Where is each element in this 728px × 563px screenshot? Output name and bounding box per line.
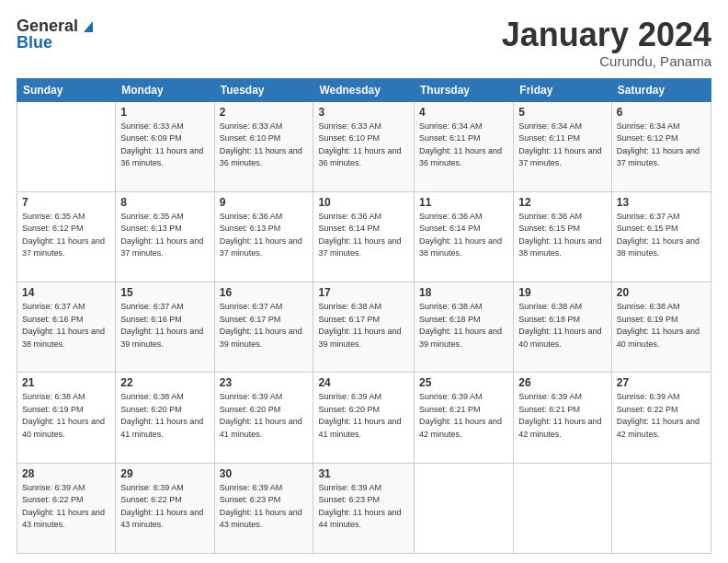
day-info: Sunrise: 6:36 AMSunset: 6:13 PMDaylight:… [220, 211, 309, 260]
day-number: 23 [220, 376, 309, 389]
day-number: 22 [120, 376, 209, 389]
day-info: Sunrise: 6:37 AMSunset: 6:17 PMDaylight:… [220, 301, 309, 350]
logo: General Blue [17, 17, 97, 52]
day-info: Sunrise: 6:38 AMSunset: 6:18 PMDaylight:… [518, 301, 607, 350]
calendar-day-cell: 5Sunrise: 6:34 AMSunset: 6:11 PMDaylight… [514, 101, 612, 191]
day-number: 25 [419, 376, 508, 389]
day-number: 9 [220, 196, 309, 209]
day-number: 17 [318, 286, 409, 299]
calendar-day-cell: 14Sunrise: 6:37 AMSunset: 6:16 PMDayligh… [17, 282, 116, 373]
calendar-day-cell: 10Sunrise: 6:36 AMSunset: 6:14 PMDayligh… [313, 191, 415, 282]
calendar-day-cell: 8Sunrise: 6:35 AMSunset: 6:13 PMDaylight… [116, 191, 214, 282]
calendar-day-cell: 29Sunrise: 6:39 AMSunset: 6:22 PMDayligh… [116, 463, 214, 553]
calendar-day-cell: 24Sunrise: 6:39 AMSunset: 6:20 PMDayligh… [313, 373, 415, 463]
calendar-week-row: 7Sunrise: 6:35 AMSunset: 6:12 PMDaylight… [17, 191, 711, 282]
calendar-week-row: 21Sunrise: 6:38 AMSunset: 6:19 PMDayligh… [17, 373, 711, 463]
calendar-day-cell: 4Sunrise: 6:34 AMSunset: 6:11 PMDaylight… [415, 101, 514, 191]
day-info: Sunrise: 6:39 AMSunset: 6:21 PMDaylight:… [419, 391, 508, 441]
calendar-day-cell: 3Sunrise: 6:33 AMSunset: 6:10 PMDaylight… [313, 101, 415, 191]
calendar-day-cell: 25Sunrise: 6:39 AMSunset: 6:21 PMDayligh… [415, 373, 514, 463]
weekday-header-cell: Sunday [17, 78, 116, 101]
day-info: Sunrise: 6:33 AMSunset: 6:10 PMDaylight:… [220, 121, 309, 170]
day-info: Sunrise: 6:38 AMSunset: 6:20 PMDaylight:… [120, 391, 209, 441]
calendar-week-row: 28Sunrise: 6:39 AMSunset: 6:22 PMDayligh… [17, 463, 711, 553]
day-info: Sunrise: 6:39 AMSunset: 6:22 PMDaylight:… [22, 482, 110, 532]
calendar-day-cell [514, 463, 612, 553]
calendar-week-row: 14Sunrise: 6:37 AMSunset: 6:16 PMDayligh… [17, 282, 711, 373]
day-info: Sunrise: 6:39 AMSunset: 6:23 PMDaylight:… [220, 482, 309, 532]
day-info: Sunrise: 6:36 AMSunset: 6:14 PMDaylight:… [318, 211, 409, 260]
weekday-header-cell: Wednesday [313, 78, 415, 101]
calendar-day-cell: 1Sunrise: 6:33 AMSunset: 6:09 PMDaylight… [116, 101, 214, 191]
calendar-day-cell: 26Sunrise: 6:39 AMSunset: 6:21 PMDayligh… [514, 373, 612, 463]
day-number: 1 [120, 106, 209, 119]
calendar-day-cell: 23Sunrise: 6:39 AMSunset: 6:20 PMDayligh… [214, 373, 313, 463]
day-info: Sunrise: 6:35 AMSunset: 6:13 PMDaylight:… [120, 211, 209, 260]
day-number: 3 [318, 106, 409, 119]
calendar-day-cell: 20Sunrise: 6:38 AMSunset: 6:19 PMDayligh… [611, 282, 711, 373]
calendar-day-cell: 22Sunrise: 6:38 AMSunset: 6:20 PMDayligh… [116, 373, 214, 463]
day-number: 12 [518, 196, 607, 209]
day-info: Sunrise: 6:34 AMSunset: 6:11 PMDaylight:… [518, 121, 607, 170]
day-info: Sunrise: 6:34 AMSunset: 6:12 PMDaylight:… [617, 121, 706, 170]
day-number: 5 [518, 106, 607, 119]
weekday-header-cell: Thursday [415, 78, 514, 101]
calendar-day-cell: 9Sunrise: 6:36 AMSunset: 6:13 PMDaylight… [214, 191, 313, 282]
calendar-day-cell: 16Sunrise: 6:37 AMSunset: 6:17 PMDayligh… [214, 282, 313, 373]
logo-blue: Blue [17, 33, 52, 52]
day-info: Sunrise: 6:39 AMSunset: 6:20 PMDaylight:… [318, 391, 409, 441]
day-number: 10 [318, 196, 409, 209]
day-info: Sunrise: 6:38 AMSunset: 6:17 PMDaylight:… [318, 301, 409, 350]
day-info: Sunrise: 6:36 AMSunset: 6:15 PMDaylight:… [518, 211, 607, 260]
calendar-body: 1Sunrise: 6:33 AMSunset: 6:09 PMDaylight… [17, 101, 711, 553]
day-number: 18 [419, 286, 508, 299]
day-info: Sunrise: 6:37 AMSunset: 6:16 PMDaylight:… [22, 301, 110, 350]
day-info: Sunrise: 6:33 AMSunset: 6:09 PMDaylight:… [120, 121, 209, 170]
weekday-header-cell: Tuesday [214, 78, 313, 101]
day-number: 7 [22, 196, 110, 209]
day-number: 14 [22, 286, 110, 299]
day-number: 15 [120, 286, 209, 299]
day-number: 4 [419, 106, 508, 119]
day-info: Sunrise: 6:39 AMSunset: 6:21 PMDaylight:… [518, 391, 607, 441]
calendar-day-cell: 11Sunrise: 6:36 AMSunset: 6:14 PMDayligh… [415, 191, 514, 282]
page: General Blue January 2024 Curundu, Panam… [0, 0, 728, 563]
day-number: 24 [318, 376, 409, 389]
day-number: 20 [617, 286, 706, 299]
calendar-day-cell: 19Sunrise: 6:38 AMSunset: 6:18 PMDayligh… [514, 282, 612, 373]
day-info: Sunrise: 6:38 AMSunset: 6:19 PMDaylight:… [617, 301, 706, 350]
title-location: Curundu, Panama [502, 53, 711, 69]
calendar-day-cell: 2Sunrise: 6:33 AMSunset: 6:10 PMDaylight… [214, 101, 313, 191]
calendar-day-cell: 27Sunrise: 6:39 AMSunset: 6:22 PMDayligh… [611, 373, 711, 463]
calendar-header-row: SundayMondayTuesdayWednesdayThursdayFrid… [17, 78, 711, 101]
day-number: 6 [617, 106, 706, 119]
day-info: Sunrise: 6:38 AMSunset: 6:18 PMDaylight:… [419, 301, 508, 350]
day-info: Sunrise: 6:39 AMSunset: 6:22 PMDaylight:… [617, 391, 706, 441]
weekday-header-cell: Saturday [611, 78, 711, 101]
weekday-header-cell: Friday [514, 78, 612, 101]
title-month: January 2024 [502, 17, 711, 53]
day-number: 19 [518, 286, 607, 299]
day-number: 29 [120, 467, 209, 480]
day-info: Sunrise: 6:39 AMSunset: 6:20 PMDaylight:… [220, 391, 309, 441]
calendar-day-cell: 6Sunrise: 6:34 AMSunset: 6:12 PMDaylight… [611, 101, 711, 191]
title-block: January 2024 Curundu, Panama [502, 17, 711, 69]
calendar-day-cell [611, 463, 711, 553]
header: General Blue January 2024 Curundu, Panam… [17, 17, 711, 69]
day-number: 21 [22, 376, 110, 389]
day-info: Sunrise: 6:37 AMSunset: 6:15 PMDaylight:… [617, 211, 706, 260]
day-info: Sunrise: 6:38 AMSunset: 6:19 PMDaylight:… [22, 391, 110, 441]
day-number: 8 [120, 196, 209, 209]
calendar-day-cell: 30Sunrise: 6:39 AMSunset: 6:23 PMDayligh… [214, 463, 313, 553]
logo-icon [80, 17, 97, 34]
day-number: 11 [419, 196, 508, 209]
day-number: 27 [617, 376, 706, 389]
day-number: 26 [518, 376, 607, 389]
calendar-day-cell: 28Sunrise: 6:39 AMSunset: 6:22 PMDayligh… [17, 463, 116, 553]
day-number: 30 [220, 467, 309, 480]
calendar-day-cell: 7Sunrise: 6:35 AMSunset: 6:12 PMDaylight… [17, 191, 116, 282]
day-info: Sunrise: 6:36 AMSunset: 6:14 PMDaylight:… [419, 211, 508, 260]
day-number: 13 [617, 196, 706, 209]
day-number: 16 [220, 286, 309, 299]
day-info: Sunrise: 6:34 AMSunset: 6:11 PMDaylight:… [419, 121, 508, 170]
